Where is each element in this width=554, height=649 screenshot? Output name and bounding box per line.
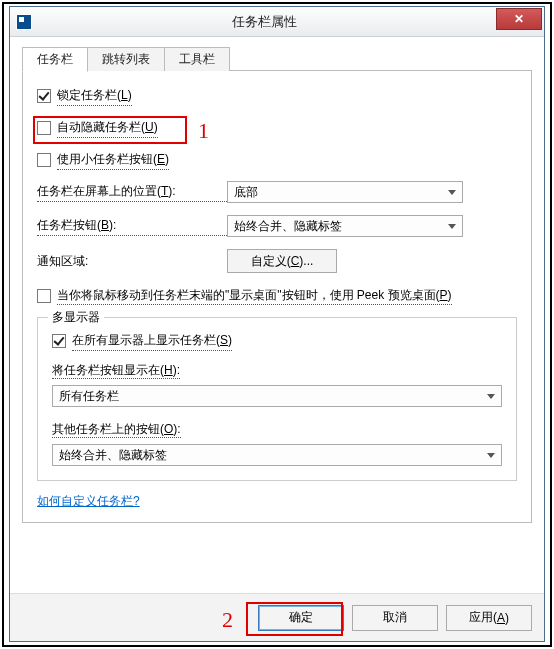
location-select[interactable]: 底部 bbox=[227, 181, 463, 203]
autohide-checkbox[interactable] bbox=[37, 121, 51, 135]
multi-monitor-legend: 多显示器 bbox=[48, 309, 104, 326]
buttons-select[interactable]: 始终合并、隐藏标签 bbox=[227, 215, 463, 237]
tab-body: 锁定任务栏(L) 自动隐藏任务栏(U) 使用小任务栏按钮(E) 任务栏在屏幕上的… bbox=[22, 71, 532, 523]
peek-label: 当你将鼠标移动到任务栏末端的"显示桌面"按钮时，使用 Peek 预览桌面(P) bbox=[57, 287, 452, 306]
close-icon: ✕ bbox=[514, 12, 524, 26]
close-button[interactable]: ✕ bbox=[496, 8, 542, 30]
lock-taskbar-label: 锁定任务栏(L) bbox=[57, 87, 132, 106]
button-bar: 确定 取消 应用(A) bbox=[10, 593, 544, 641]
apply-button[interactable]: 应用(A) bbox=[446, 605, 532, 631]
buttons-row: 任务栏按钮(B): 始终合并、隐藏标签 bbox=[37, 215, 517, 237]
window-title: 任务栏属性 bbox=[32, 13, 496, 31]
notify-row: 通知区域: 自定义(C)... bbox=[37, 249, 517, 273]
buttons-label: 任务栏按钮(B): bbox=[37, 217, 227, 236]
chevron-down-icon bbox=[487, 394, 495, 399]
autohide-row: 自动隐藏任务栏(U) bbox=[37, 117, 517, 139]
notify-label: 通知区域: bbox=[37, 253, 227, 270]
small-buttons-checkbox[interactable] bbox=[37, 153, 51, 167]
location-row: 任务栏在屏幕上的位置(T): 底部 bbox=[37, 181, 517, 203]
titlebar: 任务栏属性 ✕ bbox=[10, 7, 544, 37]
tab-toolbars[interactable]: 工具栏 bbox=[164, 47, 230, 71]
chevron-down-icon bbox=[448, 190, 456, 195]
show-buttons-on-select[interactable]: 所有任务栏 bbox=[52, 385, 502, 407]
location-label: 任务栏在屏幕上的位置(T): bbox=[37, 183, 227, 202]
lock-taskbar-checkbox[interactable] bbox=[37, 89, 51, 103]
small-buttons-label: 使用小任务栏按钮(E) bbox=[57, 151, 169, 170]
chevron-down-icon bbox=[448, 224, 456, 229]
peek-checkbox[interactable] bbox=[37, 289, 51, 303]
multi-monitor-group: 多显示器 在所有显示器上显示任务栏(S) 将任务栏按钮显示在(H): 所有任务栏 bbox=[37, 317, 517, 481]
tab-strip: 任务栏 跳转列表 工具栏 bbox=[22, 47, 532, 71]
other-buttons-select[interactable]: 始终合并、隐藏标签 bbox=[52, 444, 502, 466]
help-link[interactable]: 如何自定义任务栏? bbox=[37, 493, 140, 510]
lock-taskbar-row: 锁定任务栏(L) bbox=[37, 85, 517, 107]
small-buttons-row: 使用小任务栏按钮(E) bbox=[37, 149, 517, 171]
autohide-label: 自动隐藏任务栏(U) bbox=[57, 119, 158, 138]
ok-button[interactable]: 确定 bbox=[258, 605, 344, 631]
client-area: 任务栏 跳转列表 工具栏 锁定任务栏(L) 自动隐藏任务栏(U) 使用小任 bbox=[10, 37, 544, 593]
chevron-down-icon bbox=[487, 453, 495, 458]
tab-jumplists[interactable]: 跳转列表 bbox=[87, 47, 165, 71]
other-buttons-label: 其他任务栏上的按钮(O): bbox=[52, 422, 181, 438]
tab-taskbar[interactable]: 任务栏 bbox=[22, 47, 88, 72]
cancel-button[interactable]: 取消 bbox=[352, 605, 438, 631]
show-all-checkbox[interactable] bbox=[52, 334, 66, 348]
show-buttons-on-label: 将任务栏按钮显示在(H): bbox=[52, 363, 180, 379]
other-buttons-label-row: 其他任务栏上的按钮(O): bbox=[52, 421, 502, 438]
show-all-label: 在所有显示器上显示任务栏(S) bbox=[72, 332, 232, 351]
peek-row: 当你将鼠标移动到任务栏末端的"显示桌面"按钮时，使用 Peek 预览桌面(P) bbox=[37, 285, 517, 307]
show-all-row: 在所有显示器上显示任务栏(S) bbox=[52, 330, 502, 352]
show-buttons-on-label-row: 将任务栏按钮显示在(H): bbox=[52, 362, 502, 379]
taskbar-properties-window: 任务栏属性 ✕ 任务栏 跳转列表 工具栏 锁定任务栏(L) 自动隐藏任务栏(U) bbox=[9, 6, 545, 642]
app-icon bbox=[16, 14, 32, 30]
customize-button[interactable]: 自定义(C)... bbox=[227, 249, 337, 273]
